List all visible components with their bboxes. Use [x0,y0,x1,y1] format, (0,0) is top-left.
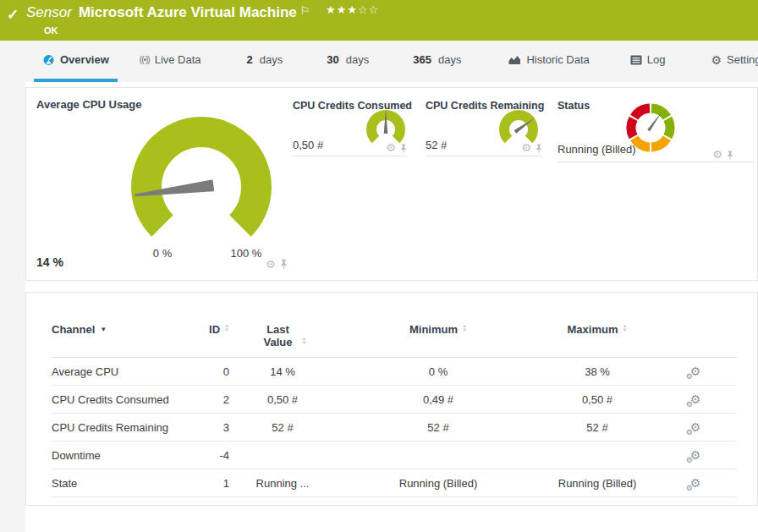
tab-label: days [260,53,283,66]
gauge-settings-gear-icon[interactable]: ⚙ [712,150,722,160]
tab-30-days[interactable]: 30 days [318,41,377,82]
column-header-maximum[interactable]: Maximum▲▼ [541,318,654,358]
channels-panel: Channel▼ ID▲▼ Last Value▲▼ Minimum▲▼ Max… [25,292,758,506]
channel-last-value: 14 % [229,358,336,386]
object-kind-label: Sensor [26,4,72,20]
settings-gear-icon: ⚙ [711,56,722,64]
pin-icon[interactable] [536,144,542,153]
tab-historic-data[interactable]: Historic Data [500,41,597,82]
tab-label: Log [647,53,666,66]
sort-icon: ▲▼ [302,337,307,345]
tab-number: 30 [327,53,338,66]
pin-icon[interactable] [280,259,288,270]
pin-icon[interactable] [400,144,407,153]
channel-maximum [541,442,654,469]
channel-minimum: Running (Billed) [336,469,541,497]
channel-id: 1 [179,469,229,497]
channel-name: Average CPU [52,358,179,386]
channel-name: CPU Credits Consumed [52,386,179,414]
channel-maximum: 52 # [541,414,654,442]
sort-icon: ▲▼ [224,324,229,332]
tab-label: days [438,53,461,66]
channel-id: -4 [179,442,229,469]
stars-filled: ★★★ [326,3,358,16]
live-data-icon: ((•)) [140,55,150,64]
gauge-settings-gear-icon[interactable]: ⚙ [521,143,531,153]
table-row[interactable]: CPU Credits Consumed 2 0,50 # 0,49 # 0,5… [52,386,737,414]
channel-id: 2 [179,386,229,414]
tab-365-days[interactable]: 365 days [404,41,470,82]
table-row[interactable]: Average CPU 0 14 % 0 % 38 % ⚙⚙ [52,358,737,386]
status-badge: OK [44,25,58,36]
channel-name: State [52,469,179,497]
priority-stars[interactable]: ★★★☆☆ [326,3,379,16]
status-check-icon: ✓ [7,6,19,24]
tab-label: Settings [727,53,758,66]
channel-minimum [336,442,541,469]
channel-settings-icon[interactable]: ⚙⚙ [690,421,701,434]
channel-last-value [229,442,336,469]
page-title: Microsoft Azure Virtual Machine [79,4,297,20]
gauge-scale-min: 0 % [144,247,181,260]
channel-name: CPU Credits Remaining [52,414,179,442]
tab-overview[interactable]: Overview [34,41,118,82]
channel-table: Channel▼ ID▲▼ Last Value▲▼ Minimum▲▼ Max… [52,318,737,497]
channel-minimum: 0 % [336,358,541,386]
page-gutter [0,82,25,532]
gauge-value: 52 # [426,139,447,151]
channel-minimum: 0,49 # [336,386,541,414]
table-header-row: Channel▼ ID▲▼ Last Value▲▼ Minimum▲▼ Max… [52,318,737,358]
tab-log[interactable]: Log [622,41,674,82]
average-cpu-gauge [60,100,331,269]
column-header-last-value[interactable]: Last Value▲▼ [229,318,336,358]
gauge-value: 14 % [36,255,63,269]
channel-name: Downtime [52,442,179,469]
tab-live-data[interactable]: ((•)) Live Data [131,41,210,82]
pin-icon[interactable] [727,151,733,160]
gauge-settings-gear-icon[interactable]: ⚙ [266,260,276,270]
channel-maximum: 38 % [541,358,654,386]
tab-label: Live Data [155,53,201,66]
tab-label: Historic Data [526,53,589,66]
mini-gauge-cpu-credits-remaining: CPU Credits Remaining 52 # ⚙ [426,96,542,156]
column-header-channel[interactable]: Channel▼ [52,318,179,358]
tab-number: 2 [247,53,253,66]
sensor-header: ✓ SensorMicrosoft Azure Virtual Machine⚐… [0,0,758,41]
channel-settings-icon[interactable]: ⚙⚙ [690,393,701,406]
tab-settings[interactable]: ⚙ Settings [703,41,758,82]
channel-settings-icon[interactable]: ⚙⚙ [690,449,701,462]
gauge-settings-gear-icon[interactable]: ⚙ [386,143,396,153]
channel-maximum: 0,50 # [541,386,654,414]
table-row[interactable]: CPU Credits Remaining 3 52 # 52 # 52 # ⚙… [52,414,737,442]
channel-settings-icon[interactable]: ⚙⚙ [690,477,701,490]
gauge-scale-max: 100 % [222,247,270,260]
stars-empty: ☆☆ [358,3,379,16]
gauge-icon [42,54,55,66]
channel-settings-icon[interactable]: ⚙⚙ [690,365,701,378]
sort-caret-icon: ▼ [100,326,107,333]
tab-2-days[interactable]: 2 days [239,41,292,82]
channel-minimum: 52 # [336,414,541,442]
channel-id: 3 [179,414,229,442]
column-header-actions [654,318,737,358]
historic-data-icon [508,55,521,65]
gauges-panel: Average CPU Usage 0 % 100 % 14 % ⚙ CPU C… [25,87,758,281]
column-header-minimum[interactable]: Minimum▲▼ [336,318,541,358]
column-header-id[interactable]: ID▲▼ [179,318,229,358]
mini-gauge-status: Status Running (Billed) ⚙ [558,96,754,162]
priority-flag-icon[interactable]: ⚐ [300,4,310,17]
channel-id: 0 [179,358,229,386]
table-row[interactable]: State 1 Running ... Running (Billed) Run… [52,469,737,497]
gauge-value: 0,50 # [293,139,323,151]
log-icon [630,55,642,65]
sort-icon: ▲▼ [623,324,628,332]
channel-last-value: Running ... [229,469,336,497]
tab-bar: Overview ((•)) Live Data 2 days 30 days … [0,41,758,82]
gauge-value: Running (Billed) [558,143,636,156]
table-row[interactable]: Downtime -4 ⚙⚙ [52,442,737,469]
gauge-title: Status [558,100,590,112]
tab-label: days [346,53,369,66]
tab-label: Overview [60,53,109,66]
channel-last-value: 52 # [229,414,336,442]
sort-icon: ▲▼ [462,324,467,332]
